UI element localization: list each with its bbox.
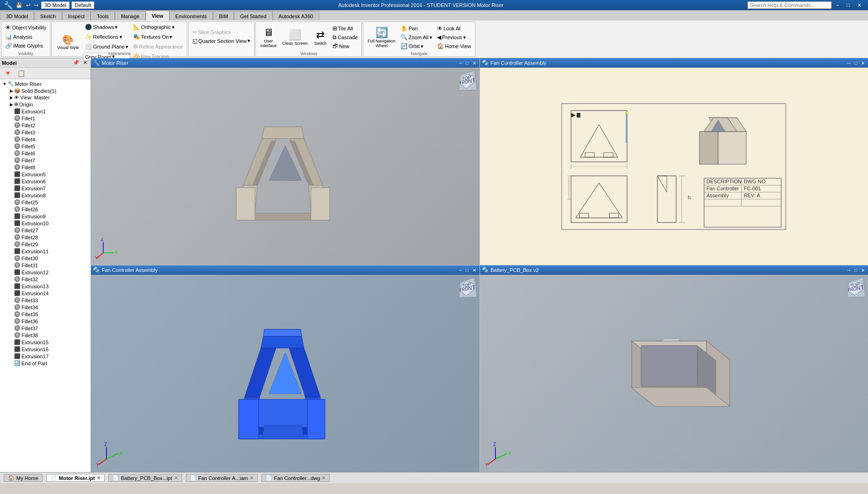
switch-button[interactable]: ⇄ Switch xyxy=(311,23,330,52)
tab-autodesk-a360[interactable]: Autodesk A360 xyxy=(273,11,319,21)
tab-fan-dwg[interactable]: 📄 Fan Controller...dwg ✕ xyxy=(261,474,330,482)
quick-access-save[interactable]: 💾 xyxy=(15,2,23,8)
shadows-button[interactable]: 🌑 Shadows ▾ xyxy=(83,23,130,31)
battery-nav-cube[interactable]: TOP FRONT xyxy=(847,277,866,298)
vp-close-button[interactable]: ✕ xyxy=(471,61,478,66)
tree-item-fillet34[interactable]: 🔘 Fillet34 xyxy=(1,304,90,311)
viewport-motor-riser[interactable]: 🔧 Motor Riser ─ □ ✕ xyxy=(91,58,480,265)
object-visibility-button[interactable]: 👁 Object Visibility xyxy=(3,23,48,32)
vp2-close-button[interactable]: ✕ xyxy=(860,61,866,66)
tree-item-extrusion14[interactable]: ⬛ Extrusion14 xyxy=(1,290,90,297)
tree-item-fillet38[interactable]: 🔘 Fillet38 xyxy=(1,332,90,339)
tree-item-fillet29[interactable]: 🔘 Fillet29 xyxy=(1,241,90,248)
tree-item-solid-bodies[interactable]: ▶ 📦 Solid Bodies(1) xyxy=(1,87,90,94)
motor-riser-content[interactable]: TOP FRONT X Z Y xyxy=(91,68,480,265)
battery-scene[interactable]: TOP FRONT X Z Y xyxy=(480,275,868,472)
full-nav-wheel-button[interactable]: 🔄 Full NavigationWheel xyxy=(365,23,398,52)
fan-2d-scene[interactable]: h DESCRIPTION Fan Controller xyxy=(480,68,868,265)
tab-get-started[interactable]: Get Started xyxy=(234,11,272,21)
zoom-all-button[interactable]: 🔍 Zoom All ▾ xyxy=(399,33,434,42)
vp3-minimize-button[interactable]: ─ xyxy=(457,268,463,273)
fan-3d-content[interactable]: TOP FRONT X Z Y xyxy=(91,275,480,472)
tree-item-extrusion1[interactable]: ⬛ Extrusion1 xyxy=(1,108,90,115)
tree-item-fillet35[interactable]: 🔘 Fillet35 xyxy=(1,311,90,318)
tree-item-extrusion11[interactable]: ⬛ Extrusion11 xyxy=(1,248,90,255)
tab-environments[interactable]: Environments xyxy=(169,11,213,21)
refine-appearance-button[interactable]: ⚙ Refine Appearance xyxy=(131,42,185,51)
solid-bodies-toggle[interactable]: ▶ xyxy=(8,89,14,93)
tab-fan-asm[interactable]: 📄 Fan Controller A...iam ✕ xyxy=(186,474,258,482)
vp4-close-button[interactable]: ✕ xyxy=(860,268,866,273)
tab-inspect[interactable]: Inspect xyxy=(62,11,91,21)
vp-minimize-button[interactable]: ─ xyxy=(457,61,463,66)
orbit-button[interactable]: 🔃 Orbit ▾ xyxy=(399,42,434,50)
new-window-button[interactable]: 🗗 New xyxy=(331,42,360,50)
fan-3d-scene[interactable]: TOP FRONT X Z Y xyxy=(91,275,480,472)
tree-item-fillet32[interactable]: 🔘 Fillet32 xyxy=(1,276,90,283)
tree-item-extrusion12[interactable]: ⬛ Extrusion12 xyxy=(1,269,90,276)
mode-selector[interactable]: 3D Model xyxy=(41,1,70,9)
tree-item-fillet2[interactable]: 🔘 Fillet2 xyxy=(1,122,90,129)
vp3-restore-button[interactable]: □ xyxy=(464,268,470,273)
tree-item-fillet3[interactable]: 🔘 Fillet3 xyxy=(1,129,90,136)
style-selector[interactable]: Default xyxy=(71,1,94,9)
tree-item-fillet37[interactable]: 🔘 Fillet37 xyxy=(1,325,90,332)
tree-item-extrusion17[interactable]: ⬛ Extrusion17 xyxy=(1,353,90,360)
tree-item-extrusion6[interactable]: ⬛ Extrusion6 xyxy=(1,178,90,185)
restore-button[interactable]: □ xyxy=(844,1,853,9)
previous-button[interactable]: ◀ Previous ▾ xyxy=(435,33,473,42)
fan-3d-nav-cube[interactable]: TOP FRONT xyxy=(459,277,477,298)
motor-riser-scene[interactable]: TOP FRONT X Z Y xyxy=(91,68,480,265)
fan-asm-tab-close[interactable]: ✕ xyxy=(250,475,254,480)
visual-style-button[interactable]: 🎨 Visual Style xyxy=(54,33,82,51)
tree-item-extrusion9[interactable]: ⬛ Extrusion9 xyxy=(1,213,90,220)
tree-item-extrusion13[interactable]: ⬛ Extrusion13 xyxy=(1,283,90,290)
tree-item-origin[interactable]: ▶ ⊕ Origin xyxy=(1,101,90,108)
vp2-minimize-button[interactable]: ─ xyxy=(846,61,852,66)
close-button[interactable]: ✕ xyxy=(854,1,864,9)
search-input[interactable] xyxy=(748,1,832,9)
imate-glyphs-button[interactable]: 🔗 iMate Glyphs xyxy=(3,42,48,50)
tree-item-fillet30[interactable]: 🔘 Fillet30 xyxy=(1,255,90,262)
vp-restore-button[interactable]: □ xyxy=(464,61,470,66)
root-toggle[interactable]: ▼ xyxy=(2,82,7,86)
tab-sketch[interactable]: Sketch xyxy=(34,11,62,21)
tree-item-extrusion15[interactable]: ⬛ Extrusion15 xyxy=(1,339,90,346)
orthographic-button[interactable]: 📐 Orthographic ▾ xyxy=(131,23,185,31)
analysis-button[interactable]: 📊 Analysis xyxy=(3,33,48,41)
ground-plane-button[interactable]: ⬜ Ground Plane ▾ xyxy=(83,42,130,51)
vp2-restore-button[interactable]: □ xyxy=(853,61,859,66)
tree-item-fillet4[interactable]: 🔘 Fillet4 xyxy=(1,136,90,143)
tile-all-button[interactable]: ⊞ Tile All xyxy=(331,24,360,33)
view-toggle[interactable]: ▶ xyxy=(8,95,14,100)
origin-toggle[interactable]: ▶ xyxy=(8,102,14,107)
tree-item-fillet7[interactable]: 🔘 Fillet7 xyxy=(1,157,90,164)
textures-button[interactable]: 🎭 Textures On ▾ xyxy=(131,33,185,41)
tree-item-fillet5[interactable]: 🔘 Fillet5 xyxy=(1,143,90,150)
motor-riser-tab-close[interactable]: ✕ xyxy=(97,475,100,480)
slice-graphics-button[interactable]: ✂ Slice Graphics xyxy=(191,28,253,36)
fan-2d-content[interactable]: h DESCRIPTION Fan Controller xyxy=(480,68,868,265)
user-interface-button[interactable]: 🖥 UserInterface xyxy=(258,23,279,52)
look-at-button[interactable]: 👁 Look At xyxy=(435,24,473,33)
tree-item-fillet27[interactable]: 🔘 Fillet27 xyxy=(1,227,90,234)
reflections-button[interactable]: ✨ Reflections ▾ xyxy=(83,33,130,41)
tree-item-fillet31[interactable]: 🔘 Fillet31 xyxy=(1,262,90,269)
fan-dwg-tab-close[interactable]: ✕ xyxy=(322,475,325,480)
tree-item-fillet8[interactable]: 🔘 Fillet8 xyxy=(1,164,90,171)
vp3-close-button[interactable]: ✕ xyxy=(471,268,478,273)
sidebar-filter-button[interactable]: 🔻 xyxy=(2,69,14,78)
tree-item-extrusion16[interactable]: ⬛ Extrusion16 xyxy=(1,346,90,353)
viewport-fan-controller-3d[interactable]: 🔩 Fan Controller Assembly ─ □ ✕ xyxy=(91,265,480,472)
minimize-button[interactable]: − xyxy=(833,1,842,9)
tree-item-fillet1[interactable]: 🔘 Fillet1 xyxy=(1,115,90,122)
viewport-fan-controller-2d[interactable]: 🔩 Fan Controller Assembly ─ □ ✕ xyxy=(480,58,868,265)
motor-riser-nav-cube[interactable]: TOP FRONT xyxy=(459,70,477,91)
tree-item-fillet26[interactable]: 🔘 Fillet26 xyxy=(1,206,90,213)
tree-item-fillet33[interactable]: 🔘 Fillet33 xyxy=(1,297,90,304)
tree-item-extrusion7[interactable]: ⬛ Extrusion7 xyxy=(1,185,90,192)
cascade-button[interactable]: ⧉ Cascade xyxy=(331,33,360,42)
tree-item-end-of-part[interactable]: 🔚 End of Part xyxy=(1,360,90,367)
tab-battery-pcb[interactable]: 📄 Battery_PCB_Box...ipt ✕ xyxy=(108,474,182,482)
vp4-restore-button[interactable]: □ xyxy=(853,268,859,273)
